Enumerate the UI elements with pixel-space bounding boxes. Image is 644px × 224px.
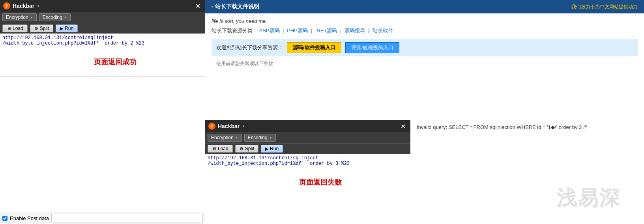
hackbar-2-dropdown-arrow[interactable]: ▼ <box>242 125 245 128</box>
station-review-submit-button[interactable]: 评测/教程投稿入口 <box>345 42 400 53</box>
hackbar-1-encryption-button[interactable]: Encryption ▼ <box>2 13 37 21</box>
station-link-asp[interactable]: ASP源码 <box>259 28 280 34</box>
station-motto: 我们致力于为中文网站提供动力 <box>571 4 638 10</box>
hackbar-1-post-row: Enable Post data <box>0 212 205 224</box>
hackbar-2-title-text: Hackbar <box>218 123 240 129</box>
station-body: life is sort, you need me 站长下载资源分类： ASP源… <box>205 13 644 120</box>
hackbar-2-url-input[interactable]: http://192.168.31.131/control/sqlinject … <box>205 154 410 197</box>
hackbar-2-titlebar: f Hackbar ▼ ✕ <box>205 120 410 132</box>
hackbar-2-load-icon: 🖥 <box>212 146 216 151</box>
hackbar-2-encoding-button[interactable]: Encoding ▼ <box>244 134 276 142</box>
hackbar-1-post-checkbox[interactable] <box>2 216 7 221</box>
hackbar-1-titlebar: f Hackbar ▼ ✕ <box>0 0 205 12</box>
hackbar-1-body: http://192.168.31.131/control/sqlinject … <box>0 34 205 224</box>
hackbar-2-container: f Hackbar ▼ ✕ Encryption ▼ Encoding ▼ <box>205 120 410 224</box>
station-link-software[interactable]: 站长软件 <box>373 28 393 34</box>
station-link-php[interactable]: PHP源码 <box>287 28 308 34</box>
station-submit-row: 欢迎您到站长下载分享资源： 源码/软件投稿入口 评测/教程投稿入口 <box>212 39 638 56</box>
hackbar-1-load-button[interactable]: 🖥 Load <box>2 24 28 32</box>
hackbar-1-split-icon: ⚙ <box>34 26 38 31</box>
hackbar-2-title: f Hackbar ▼ <box>208 123 245 130</box>
left-panel: f Hackbar ▼ ✕ Encryption ▼ Encoding ▼ 🖥 … <box>0 0 205 224</box>
hackbar-1-encoding-button[interactable]: Encoding ▼ <box>39 13 71 21</box>
hackbar-2-toolbar: Encryption ▼ Encoding ▼ <box>205 132 410 143</box>
station-title: 站长下载文件说明 <box>212 3 259 10</box>
hackbar-logo-1: f <box>3 2 10 9</box>
hackbar-1-dropdown-arrow[interactable]: ▼ <box>37 4 40 8</box>
invalid-query-container: Invalid query: SELECT * FROM sqlinjectio… <box>410 120 644 224</box>
hackbar-1-post-label: Enable Post data <box>10 215 49 221</box>
bottom-section: f Hackbar ▼ ✕ Encryption ▼ Encoding ▼ <box>205 120 644 224</box>
hackbar-1-load-icon: 🖥 <box>7 26 11 31</box>
station-link-report[interactable]: 源码报导 <box>344 28 365 34</box>
hackbar-1-encryption-arrow: ▼ <box>30 16 33 19</box>
station-source-submit-button[interactable]: 源码/软件投稿入口 <box>287 42 341 53</box>
station-header: 站长下载文件说明 我们致力于为中文网站提供动力 <box>205 0 644 13</box>
hackbar-2-split-button[interactable]: ⚙ Split <box>235 145 258 153</box>
hackbar-2-encoding-arrow: ▼ <box>269 136 272 140</box>
station-terms: 使用前请您先阅读以下条款 <box>212 60 638 67</box>
hackbar-2-close-button[interactable]: ✕ <box>399 123 407 130</box>
hackbar-2-encryption-button[interactable]: Encryption ▼ <box>208 134 242 142</box>
hackbar-2-actions: 🖥 Load ⚙ Split ▶ Run <box>205 143 410 154</box>
hackbar-2-encryption-arrow: ▼ <box>235 136 238 140</box>
hackbar-logo-2: f <box>208 123 215 130</box>
hackbar-2-run-icon: ▶ <box>265 146 268 151</box>
hackbar-1-run-icon: ▶ <box>60 26 63 31</box>
hackbar-2-body: http://192.168.31.131/control/sqlinject … <box>205 154 410 224</box>
station-tagline: life is sort, you need me <box>212 18 638 24</box>
hackbar-1-title: f Hackbar ▼ <box>3 2 40 9</box>
hackbar-2-split-icon: ⚙ <box>240 146 243 151</box>
hackbar-2-load-button[interactable]: 🖥 Load <box>208 145 233 153</box>
hackbar-1-split-button[interactable]: ⚙ Split <box>30 24 53 32</box>
hackbar-1-actions: 🖥 Load ⚙ Split ▶ Run <box>0 23 205 34</box>
hackbar-1-close-button[interactable]: ✕ <box>194 2 202 10</box>
hackbar-1-url-input[interactable]: http://192.168.31.131/control/sqlinject … <box>0 34 205 77</box>
station-banner: 站长下载文件说明 我们致力于为中文网站提供动力 life is sort, yo… <box>205 0 644 120</box>
hackbar-1: f Hackbar ▼ ✕ Encryption ▼ Encoding ▼ 🖥 … <box>0 0 205 34</box>
hackbar-1-post-input[interactable] <box>51 214 203 222</box>
hackbar-1-run-button[interactable]: ▶ Run <box>56 24 78 32</box>
station-categories: 站长下载资源分类： ASP源码 | PHP源码 | .NET源码 | 源码报导 … <box>212 27 638 34</box>
hackbar-1-toolbar: Encryption ▼ Encoding ▼ <box>0 12 205 23</box>
invalid-query-text: Invalid query: SELECT * FROM sqlinjectio… <box>417 124 638 130</box>
station-welcome-text: 欢迎您到站长下载分享资源： <box>216 44 283 51</box>
hackbar-2-run-button[interactable]: ▶ Run <box>261 145 283 153</box>
station-link-net[interactable]: .NET源码 <box>315 28 337 34</box>
hackbar-1-encoding-arrow: ▼ <box>64 16 67 19</box>
right-panel: 站长下载文件说明 我们致力于为中文网站提供动力 life is sort, yo… <box>205 0 644 224</box>
hackbar-1-title-text: Hackbar <box>13 3 34 9</box>
hackbar-2: f Hackbar ▼ ✕ Encryption ▼ Encoding ▼ <box>205 120 410 154</box>
